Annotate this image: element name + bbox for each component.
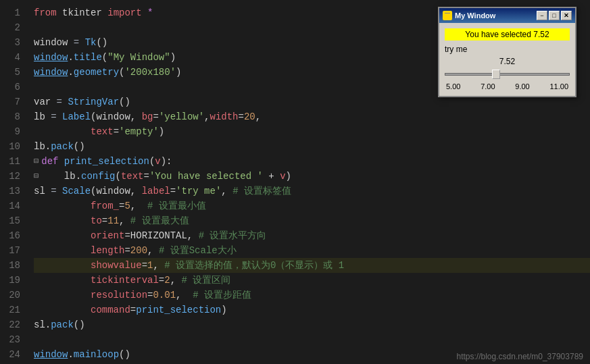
code-text xyxy=(142,5,147,20)
code-text: , xyxy=(221,184,232,199)
code-text: ) xyxy=(221,303,226,317)
code-line-21: command = print_selection ) xyxy=(34,303,590,317)
code-text: ): xyxy=(161,154,172,169)
line-num-24: 24 xyxy=(0,347,20,362)
code-line-11: ⊟ def print_selection ( v ): xyxy=(34,154,590,169)
code-comment: # 设置最大值 xyxy=(130,213,189,228)
code-number: 11 xyxy=(107,213,119,228)
scale-slider[interactable] xyxy=(445,69,570,80)
line-num-3: 3 xyxy=(0,35,20,50)
line-num-11: 11 xyxy=(0,154,20,169)
code-text: () xyxy=(96,35,107,50)
window-titlebar: My Window − □ ✕ xyxy=(439,8,575,23)
blog-url: https://blog.csdn.net/m0_37903789 xyxy=(457,352,583,361)
code-text: = xyxy=(153,109,158,124)
code-text: = xyxy=(147,288,153,303)
code-text xyxy=(34,273,91,288)
code-line-20: resolution = 0.01 , # 设置步距值 xyxy=(34,288,590,303)
line-num-22: 22 xyxy=(0,317,20,332)
code-func: config xyxy=(81,169,115,184)
line-num-21: 21 xyxy=(0,303,20,317)
code-text xyxy=(34,213,91,228)
minimize-button[interactable]: − xyxy=(537,11,547,20)
close-icon: ✕ xyxy=(564,12,569,19)
code-text: = xyxy=(143,169,149,184)
code-func: print_selection xyxy=(64,154,149,169)
code-line-19: tickinterval = 2 , # 设置区间 xyxy=(34,273,590,288)
code-text: . xyxy=(68,347,73,362)
code-string: '200x180' xyxy=(124,65,176,80)
code-text: , xyxy=(147,243,159,258)
code-param: width xyxy=(210,109,239,124)
code-text: = xyxy=(239,109,244,124)
line-num-4: 4 xyxy=(0,50,20,65)
line-num-16: 16 xyxy=(0,228,20,243)
code-text xyxy=(34,243,91,258)
code-line-8: lb = Label (window, bg = 'yellow' , widt… xyxy=(34,109,590,124)
code-text: () xyxy=(119,95,130,109)
code-line-23 xyxy=(34,332,590,347)
kw-asterisk: * xyxy=(147,5,153,20)
code-number: 2 xyxy=(164,273,170,288)
code-line-15: to = 11 , # 设置最大值 xyxy=(34,213,590,228)
code-param: text xyxy=(91,124,114,139)
tick-11: 11.00 xyxy=(549,82,568,90)
code-text: = xyxy=(130,303,136,317)
code-line-16: orient =HORIZONTAL, # 设置水平方向 xyxy=(34,228,590,243)
code-string: "My Window" xyxy=(107,50,170,65)
line-num-17: 17 xyxy=(0,243,20,258)
code-comment: # 设置Scale大小 xyxy=(159,243,237,258)
code-string: 'You have selected ' xyxy=(149,169,263,184)
code-eq: = xyxy=(51,109,62,124)
floating-window[interactable]: My Window − □ ✕ You have selected 7.52 t… xyxy=(438,7,576,97)
scale-ticks: 5.00 7.00 9.00 11.00 xyxy=(445,82,570,90)
slider-groove xyxy=(445,73,570,76)
window-title-text: My Window xyxy=(455,11,495,20)
code-text: , xyxy=(119,213,130,228)
code-text: = xyxy=(159,273,164,288)
code-text xyxy=(58,154,64,169)
kw-import: import xyxy=(107,5,141,20)
code-line-22: sl. pack () xyxy=(34,317,590,332)
tick-9: 9.00 xyxy=(515,82,529,90)
line-num-2: 2 xyxy=(0,20,20,35)
close-button[interactable]: ✕ xyxy=(561,11,572,20)
kw-def: def xyxy=(41,154,58,169)
code-line-9: text = 'empty' ) xyxy=(34,124,590,139)
title-left: My Window xyxy=(443,11,495,20)
code-text xyxy=(34,199,91,213)
code-text: ) xyxy=(159,124,164,139)
code-func: print_selection xyxy=(136,303,221,317)
window-icon xyxy=(443,11,452,20)
code-comment: # 设置区间 xyxy=(181,273,230,288)
code-line-14: from_ = 5 , # 设置最小值 xyxy=(34,199,590,213)
code-line-10: lb. pack () xyxy=(34,139,590,154)
code-text: + xyxy=(263,169,280,184)
code-number: 5 xyxy=(124,199,130,213)
code-text: sl xyxy=(34,184,51,199)
code-line-18: showvalue = 1 , # 设置选择的值，默认为0（不显示）或 1 xyxy=(34,258,590,273)
code-eq: = xyxy=(74,35,85,50)
line-num-14: 14 xyxy=(0,199,20,213)
code-param: bg xyxy=(142,109,153,124)
slider-handle[interactable] xyxy=(492,70,500,79)
code-func: pack xyxy=(51,317,74,332)
code-text: . xyxy=(68,65,73,80)
code-param: showvalue xyxy=(91,258,142,273)
code-param: orient xyxy=(91,228,124,243)
kw-from: from xyxy=(34,5,57,20)
line-numbers: 1 2 3 4 5 6 7 8 9 10 11 12 13 14 15 16 1… xyxy=(0,0,27,364)
code-param: tickinterval xyxy=(91,273,159,288)
maximize-button[interactable]: □ xyxy=(549,11,560,20)
code-param: v xyxy=(155,154,160,169)
code-func: Tk xyxy=(85,35,97,50)
code-text: () xyxy=(74,139,85,154)
code-underline: window xyxy=(34,347,68,362)
code-text: = xyxy=(124,243,130,258)
code-param: text xyxy=(121,169,144,184)
tick-5: 5.00 xyxy=(446,82,460,90)
code-text: (window, xyxy=(91,109,142,124)
code-eq: = xyxy=(57,95,68,109)
code-number: 200 xyxy=(130,243,147,258)
tick-7: 7.00 xyxy=(481,82,495,90)
